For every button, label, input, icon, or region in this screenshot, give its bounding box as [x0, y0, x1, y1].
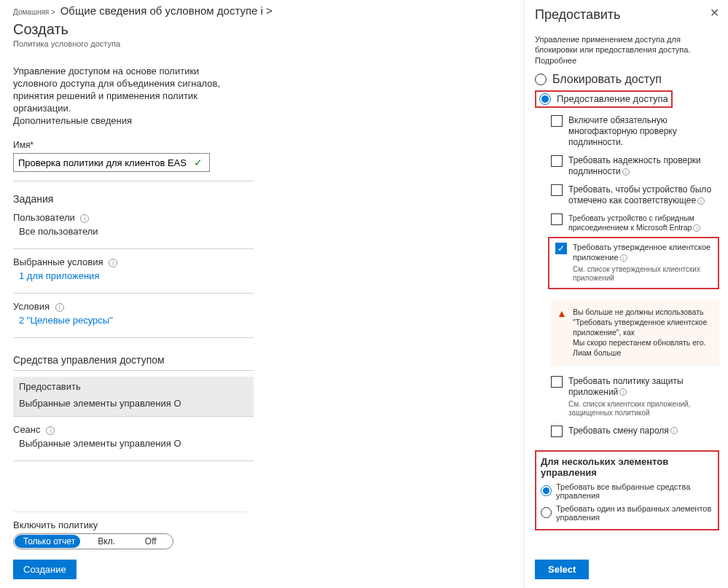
warning-icon: ▲	[557, 307, 567, 321]
info-icon[interactable]: i	[620, 254, 627, 262]
conditions-value[interactable]: 2 "Целевые ресурсы"	[13, 312, 512, 329]
name-label: Имя*	[13, 140, 512, 150]
policy-name-input[interactable]	[13, 153, 210, 172]
require-compliant-checkbox[interactable]: Требовать, чтобы устройство было отмечен…	[535, 184, 719, 206]
access-controls-heading: Средства управления доступом	[13, 354, 512, 366]
info-icon[interactable]: i	[622, 168, 630, 176]
require-approved-app-label: Требовать утвержденное клиентское прилож…	[573, 243, 711, 262]
blade-title: Предоставить	[535, 7, 620, 23]
page-subtitle: Политика условного доступа	[13, 39, 512, 48]
app-protection-sublabel[interactable]: См. список клиентских приложений, защище…	[568, 400, 719, 418]
require-one-radio[interactable]: Требовать один из выбранных элементов уп…	[541, 504, 713, 522]
checkbox-icon	[551, 155, 563, 167]
checkbox-icon	[551, 376, 563, 388]
require-one-label: Требовать один из выбранных элементов уп…	[556, 504, 713, 522]
block-access-radio[interactable]: Блокировать доступ	[535, 73, 719, 86]
require-app-protection-checkbox[interactable]: Требовать политику защиты приложенийi См…	[535, 376, 719, 418]
require-compliant-label: Требовать, чтобы устройство было отмечен…	[568, 184, 711, 205]
intro-line: условного доступа для объединения сигнал…	[13, 78, 254, 90]
info-icon[interactable]: i	[693, 224, 700, 232]
radio-icon	[539, 93, 551, 105]
checkmark-icon: ✓	[194, 157, 203, 168]
selected-conditions-label: Выбранные условия	[13, 256, 103, 267]
radio-icon	[541, 485, 552, 496]
info-icon[interactable]: i	[109, 259, 117, 267]
info-icon[interactable]: i	[55, 303, 64, 312]
enable-policy-label: Включить политику	[13, 511, 246, 530]
require-hybrid-checkbox[interactable]: Требовать устройство с гибридным присоед…	[535, 213, 719, 232]
session-item[interactable]: Сеанс i	[13, 424, 512, 435]
info-icon[interactable]: i	[619, 388, 627, 396]
info-icon[interactable]: i	[46, 426, 55, 435]
users-value: Все пользователи	[13, 223, 512, 240]
require-all-radio[interactable]: Требовать все выбранные средства управле…	[541, 482, 713, 500]
intro-text: Управление доступом на основе политики у…	[13, 66, 254, 127]
block-access-label: Блокировать доступ	[552, 73, 662, 86]
checkbox-icon	[551, 213, 563, 225]
learn-more-link[interactable]: Дополнительные сведения	[13, 115, 254, 128]
deprecation-warning: ▲ Вы больше не должны использовать "Треб…	[551, 299, 719, 366]
radio-icon	[541, 507, 552, 518]
checkbox-icon	[551, 115, 563, 127]
require-mfa-label: Включите обязательную многофакторную про…	[568, 115, 719, 148]
radio-icon	[535, 74, 547, 85]
warning-link[interactable]: Лиам больше	[573, 348, 712, 358]
require-mfa-checkbox[interactable]: Включите обязательную многофакторную про…	[535, 115, 719, 148]
intro-line: Управление доступом на основе политики	[13, 66, 254, 78]
toggle-report-only[interactable]: Только отчет	[14, 536, 85, 546]
page-title: Создать	[13, 21, 512, 38]
warning-line: Вы больше не должны использовать "Требов…	[573, 307, 712, 338]
checkbox-icon	[555, 243, 567, 254]
require-auth-strength-label: Требовать надежность проверки подлинност…	[568, 155, 701, 176]
grant-access-label: Предоставление доступа	[557, 93, 668, 104]
close-icon[interactable]: ✕	[710, 7, 719, 19]
blade-description: Управление применением доступа для блоки…	[535, 34, 719, 66]
info-icon[interactable]: i	[697, 197, 705, 205]
users-item[interactable]: Пользователи i	[13, 212, 512, 223]
toggle-off[interactable]: Off	[128, 536, 173, 546]
grant-access-radio[interactable]: Предоставление доступа	[539, 93, 668, 105]
warning-line: Мы скоро перестанем обновлять его.	[573, 337, 712, 348]
grant-value: Выбранные элементы управления O	[19, 392, 248, 412]
intro-line: принятия решений и применения политик ор…	[13, 90, 254, 115]
multiple-controls-section: Для нескольких элементов управления Треб…	[535, 450, 719, 530]
approved-app-sublabel[interactable]: См. список утвержденных клиентских прило…	[573, 265, 715, 283]
checkbox-icon	[551, 184, 563, 196]
require-password-change-label: Требовать смену пароля	[568, 426, 669, 436]
blade-desc-text: Управление применением доступа для блоки…	[535, 35, 691, 54]
multiple-controls-title: Для нескольких элементов управления	[541, 456, 713, 478]
create-button[interactable]: Создание	[13, 560, 77, 579]
grant-label: Предоставить	[19, 381, 248, 392]
info-icon[interactable]: i	[80, 214, 89, 223]
grant-row[interactable]: Предоставить Выбранные элементы управлен…	[13, 377, 254, 416]
select-button[interactable]: Select	[535, 560, 589, 579]
enable-policy-toggle[interactable]: Только отчет Вкл. Off	[13, 533, 173, 549]
session-label: Сеанс	[13, 424, 41, 435]
require-all-label: Требовать все выбранные средства управле…	[556, 482, 713, 500]
breadcrumb: Домашняя > Общие сведения об условном до…	[13, 4, 512, 17]
breadcrumb-current[interactable]: Общие сведения об условном доступе i >	[60, 4, 273, 17]
selected-conditions-value[interactable]: 1 для приложения	[13, 267, 512, 284]
info-icon[interactable]: i	[670, 427, 678, 434]
session-value: Выбранные элементы управления O	[13, 435, 512, 452]
require-auth-strength-checkbox[interactable]: Требовать надежность проверки подлинност…	[535, 155, 719, 177]
require-hybrid-label: Требовать устройство с гибридным присоед…	[568, 213, 694, 232]
require-password-change-checkbox[interactable]: Требовать смену пароляi	[535, 426, 719, 437]
toggle-on[interactable]: Вкл.	[85, 536, 129, 546]
grant-blade: Предоставить ✕ Управление применением до…	[524, 0, 728, 588]
blade-more-link[interactable]: Подробнее	[535, 56, 576, 65]
conditions-item[interactable]: Условия i	[13, 301, 512, 312]
breadcrumb-home[interactable]: Домашняя >	[13, 8, 55, 16]
require-approved-app-checkbox[interactable]: Требовать утвержденное клиентское прилож…	[552, 243, 715, 283]
conditions-label: Условия	[13, 301, 50, 312]
checkbox-icon	[551, 426, 563, 437]
users-label: Пользователи	[13, 212, 75, 223]
assignments-heading: Задания	[13, 193, 512, 205]
selected-conditions-item[interactable]: Выбранные условия i	[13, 256, 512, 267]
